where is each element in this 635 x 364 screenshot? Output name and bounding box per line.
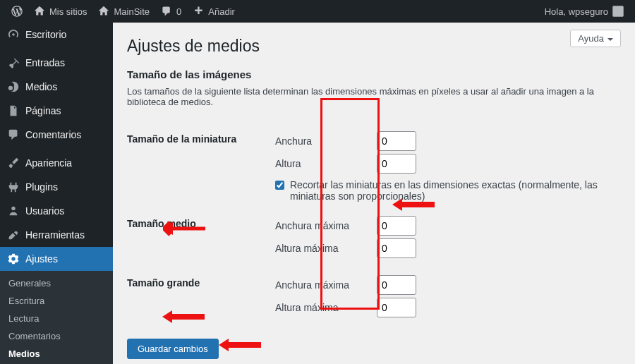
medium-height-label: Altura máxima xyxy=(275,243,367,254)
comment-icon xyxy=(161,6,172,17)
my-sites-label: Mis sitios xyxy=(49,6,87,17)
menu-users[interactable]: Usuarios xyxy=(0,199,113,223)
menu-media[interactable]: Medios xyxy=(0,75,113,99)
thumbnail-label: Tamaño de la miniatura xyxy=(127,123,268,207)
wp-logo[interactable] xyxy=(6,0,28,23)
thumb-width-label: Anchura xyxy=(275,135,367,147)
chevron-down-icon xyxy=(607,38,613,44)
svg-rect-5 xyxy=(172,314,205,320)
svg-point-2 xyxy=(11,207,15,210)
settings-icon xyxy=(7,253,20,265)
wordpress-icon xyxy=(11,6,23,17)
account-link[interactable]: Hola, wpseguro xyxy=(539,0,629,23)
page-title: Ajustes de medios xyxy=(127,37,621,56)
annotation-arrow xyxy=(163,220,205,237)
content-area: Ayuda Ajustes de medios Tamaño de las im… xyxy=(113,23,635,364)
svg-marker-4 xyxy=(162,310,172,323)
page-icon xyxy=(7,104,20,117)
my-sites-link[interactable]: Mis sitios xyxy=(28,0,92,23)
menu-plugins[interactable]: Plugins xyxy=(0,175,113,199)
svg-rect-7 xyxy=(402,202,435,207)
sub-writing[interactable]: Escritura xyxy=(0,292,113,310)
medium-width-input[interactable] xyxy=(377,216,416,236)
plus-icon xyxy=(193,6,204,17)
menu-appearance[interactable]: Apariencia xyxy=(0,151,113,175)
home-icon xyxy=(34,6,45,17)
large-height-input[interactable] xyxy=(377,298,416,317)
sub-reading[interactable]: Lectura xyxy=(0,310,113,327)
menu-dashboard[interactable]: Escritorio xyxy=(0,23,113,47)
help-label: Ayuda xyxy=(578,33,604,44)
svg-rect-9 xyxy=(229,342,261,348)
save-button[interactable]: Guardar cambios xyxy=(127,339,219,359)
annotation-arrow xyxy=(392,196,435,213)
svg-marker-6 xyxy=(392,198,402,211)
site-name-link[interactable]: MainSite xyxy=(92,0,155,23)
section-heading: Tamaño de las imágenes xyxy=(127,68,621,80)
menu-tools[interactable]: Herramientas xyxy=(0,223,113,247)
help-tab[interactable]: Ayuda xyxy=(570,30,621,47)
menu-comments[interactable]: Comentarios xyxy=(0,123,113,147)
admin-sidebar: Escritorio Entradas Medios Páginas Comen… xyxy=(0,23,113,364)
comments-link[interactable]: 0 xyxy=(155,0,187,23)
section-desc: Los tamaños de la siguiente lista determ… xyxy=(127,86,621,107)
thumb-width-input[interactable] xyxy=(377,131,416,151)
add-new-link[interactable]: Añadir xyxy=(187,0,241,23)
home-icon xyxy=(98,6,109,17)
add-new-label: Añadir xyxy=(208,6,235,17)
menu-posts[interactable]: Entradas xyxy=(0,51,113,75)
thumb-height-input[interactable] xyxy=(377,154,416,174)
menu-settings[interactable]: Ajustes xyxy=(0,247,113,271)
pin-icon xyxy=(7,56,20,69)
svg-point-1 xyxy=(8,86,13,90)
thumb-crop-label: Recortar las miniaturas en las dimension… xyxy=(290,179,614,202)
large-height-label: Altura máxima xyxy=(275,302,367,313)
annotation-arrow xyxy=(219,336,261,353)
admin-bar: Mis sitios MainSite 0 Añadir Hola, wpseg… xyxy=(0,0,635,23)
svg-marker-8 xyxy=(219,339,229,351)
thumb-height-label: Altura xyxy=(275,158,367,169)
medium-width-label: Anchura máxima xyxy=(275,220,367,231)
sub-media[interactable]: Medios xyxy=(0,345,113,363)
avatar-icon xyxy=(612,6,624,17)
large-width-label: Anchura máxima xyxy=(275,279,367,291)
sub-general[interactable]: Generales xyxy=(0,274,113,292)
settings-submenu: Generales Escritura Lectura Comentarios … xyxy=(0,271,113,364)
site-name-label: MainSite xyxy=(114,6,150,17)
brush-icon xyxy=(7,157,20,169)
users-icon xyxy=(7,205,20,217)
thumb-crop-checkbox[interactable] xyxy=(275,181,284,190)
annotation-arrow xyxy=(162,308,205,325)
comment-icon xyxy=(7,128,20,141)
large-width-input[interactable] xyxy=(377,275,416,295)
svg-point-0 xyxy=(12,33,15,36)
tools-icon xyxy=(7,229,20,241)
sub-discussion[interactable]: Comentarios xyxy=(0,327,113,345)
comments-count: 0 xyxy=(176,6,181,17)
medium-height-input[interactable] xyxy=(377,238,416,258)
plugin-icon xyxy=(7,181,20,193)
menu-pages[interactable]: Páginas xyxy=(0,99,113,123)
dashboard-icon xyxy=(7,28,20,41)
media-icon xyxy=(7,80,20,93)
greeting-label: Hola, wpseguro xyxy=(545,6,608,17)
